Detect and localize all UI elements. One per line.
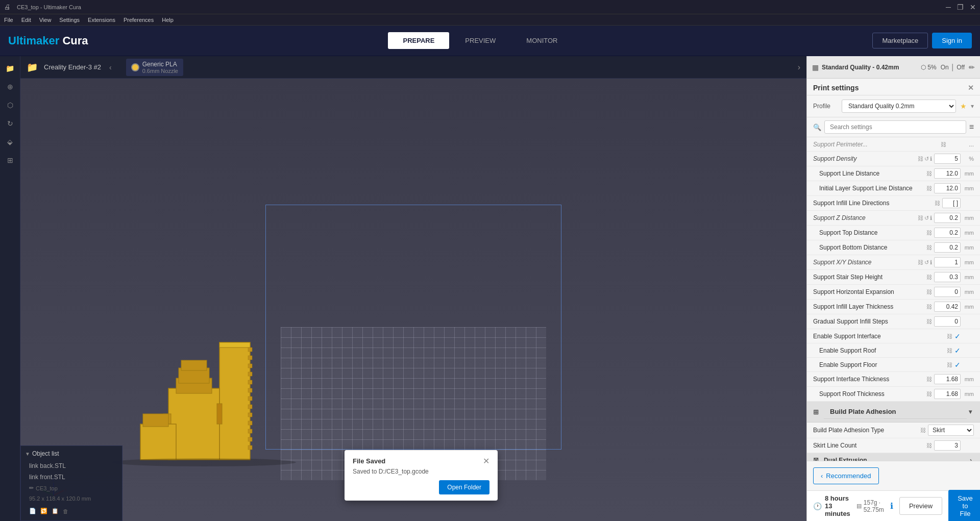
link-icon[interactable]: ⛓ xyxy=(920,427,926,433)
quality-label[interactable]: Standard Quality - 0.42mm xyxy=(822,64,899,71)
build-plate-adhesion-header[interactable]: ⊞ Build Plate Adhesion ▾ xyxy=(807,402,980,423)
info-icon[interactable]: ℹ xyxy=(930,259,932,266)
enable-interface-checkmark[interactable]: ✓ xyxy=(954,332,961,340)
open-folder-button[interactable]: Open Folder xyxy=(439,480,489,494)
maximize-button[interactable]: ❐ xyxy=(957,3,964,11)
menu-settings[interactable]: Settings xyxy=(59,17,80,23)
enable-floor-checkmark[interactable]: ✓ xyxy=(954,361,961,369)
sidebar-icon-open[interactable]: 📁 xyxy=(2,60,18,77)
skirt-count-input[interactable] xyxy=(934,440,961,451)
off-label[interactable]: Off xyxy=(957,64,965,71)
link-icon[interactable]: ⛓ xyxy=(947,362,952,368)
save-to-file-button[interactable]: Save to File xyxy=(948,490,980,521)
tab-preview[interactable]: PREVIEW xyxy=(450,32,510,49)
link-icon[interactable]: ⛓ xyxy=(926,185,932,191)
support-bottom-dist-input[interactable] xyxy=(934,242,961,253)
marketplace-button[interactable]: Marketplace xyxy=(872,33,928,48)
link-icon[interactable]: ⛓ xyxy=(918,215,923,221)
obj-icon-1[interactable]: 📄 xyxy=(29,508,36,514)
menu-help[interactable]: Help xyxy=(162,17,174,23)
link-icon[interactable]: ⛓ xyxy=(926,230,932,236)
link-icon[interactable]: ⛓ xyxy=(926,170,932,177)
obj-icon-3[interactable]: 📋 xyxy=(52,508,59,514)
obj-icon-4[interactable]: 🗑 xyxy=(63,508,68,514)
reset-icon[interactable]: ↺ xyxy=(924,156,929,162)
gradual-infill-input[interactable] xyxy=(934,316,961,327)
link-icon[interactable]: ⛓ xyxy=(926,376,932,382)
support-top-dist-input[interactable] xyxy=(934,228,961,238)
file-saved-title: File Saved xyxy=(353,457,385,465)
close-button[interactable]: ✕ xyxy=(970,3,976,11)
adhesion-type-select[interactable]: Skirt Brim Raft None xyxy=(928,425,974,436)
reset-icon[interactable]: ↺ xyxy=(924,259,929,266)
printer-name[interactable]: Creality Ender-3 #2 xyxy=(44,63,101,71)
settings-search-input[interactable] xyxy=(824,120,966,134)
menu-file[interactable]: File xyxy=(4,17,13,23)
recommended-button[interactable]: ‹ Recommended xyxy=(813,467,879,484)
stair-step-input[interactable] xyxy=(934,272,961,282)
link-icon[interactable]: ⛓ xyxy=(926,244,932,251)
link-icon[interactable]: ⛓ xyxy=(926,274,932,280)
link-icon[interactable]: ⛓ xyxy=(918,259,923,265)
infill-dir-input[interactable] xyxy=(942,198,961,208)
sidebar-icon-support[interactable]: ⊞ xyxy=(2,152,18,168)
link-icon[interactable]: ⛓ xyxy=(926,304,932,310)
link-icon[interactable]: ⛓ xyxy=(926,391,932,397)
profile-select[interactable]: Standard Quality 0.2mm xyxy=(842,100,956,113)
menu-preferences[interactable]: Preferences xyxy=(124,17,154,23)
link-icon[interactable]: ⛓ xyxy=(926,318,932,325)
signin-button[interactable]: Sign in xyxy=(932,33,972,48)
sidebar-icon-scale[interactable]: ⬡ xyxy=(2,97,18,113)
obj-icon-2[interactable]: 🔁 xyxy=(40,508,47,514)
on-label[interactable]: On xyxy=(941,64,949,71)
section-collapse-dual[interactable]: › xyxy=(970,457,972,461)
link-icon[interactable]: ⛓ xyxy=(947,348,952,354)
object-list-collapse[interactable]: ▼ xyxy=(25,451,30,457)
tab-prepare[interactable]: PREPARE xyxy=(388,32,449,49)
link-icon[interactable]: ⛓ xyxy=(947,333,952,339)
info-icon[interactable]: ℹ xyxy=(930,156,932,162)
setting-row-initial-layer-support: Initial Layer Support Line Distance ⛓ mm xyxy=(807,181,980,196)
reset-icon[interactable]: ↺ xyxy=(924,215,929,221)
object-item-1[interactable]: link back.STL xyxy=(25,460,118,472)
link-icon[interactable]: ⛓ xyxy=(918,156,923,162)
initial-layer-support-input[interactable] xyxy=(934,183,961,193)
dual-extrusion-header[interactable]: ⊠ Dual Extrusion › xyxy=(807,453,980,461)
printer-bar-collapse[interactable]: › xyxy=(798,63,800,71)
support-xy-dist-input[interactable] xyxy=(934,257,961,267)
star-icon[interactable]: ★ xyxy=(960,102,967,110)
file-saved-close[interactable]: ✕ xyxy=(483,456,489,466)
support-density-input[interactable] xyxy=(934,154,961,164)
menu-edit[interactable]: Edit xyxy=(21,17,31,23)
link-icon[interactable]: ⛓ xyxy=(941,141,946,147)
minimize-button[interactable]: ─ xyxy=(946,3,951,11)
link-icon[interactable]: ⛓ xyxy=(926,289,932,295)
section-collapse-adhesion[interactable]: ▾ xyxy=(969,408,972,415)
settings-menu-icon[interactable]: ≡ xyxy=(969,122,974,132)
menu-view[interactable]: View xyxy=(39,17,52,23)
menu-extensions[interactable]: Extensions xyxy=(88,17,115,23)
info-circle-icon[interactable]: ℹ xyxy=(890,501,893,511)
chevron-down-icon[interactable]: ▾ xyxy=(971,103,974,110)
infill-thickness-input[interactable] xyxy=(934,302,961,312)
tab-monitor[interactable]: MONITOR xyxy=(511,32,572,49)
interface-thickness-input[interactable] xyxy=(934,374,961,384)
material-badge[interactable]: Generic PLA 0.6mm Nozzle xyxy=(126,59,183,76)
horiz-expansion-input[interactable] xyxy=(934,287,961,297)
info-icon[interactable]: ℹ xyxy=(930,215,932,221)
support-z-dist-input[interactable] xyxy=(934,213,961,223)
ps-close-icon[interactable]: ✕ xyxy=(968,84,974,92)
object-item-2[interactable]: link front.STL xyxy=(25,472,118,483)
link-icon[interactable]: ⛓ xyxy=(935,200,940,206)
sidebar-icon-move[interactable]: ⊕ xyxy=(2,79,18,95)
3d-viewport[interactable]: X Y Z ▼ Object list link back.STL link f… xyxy=(20,79,806,521)
support-line-dist-input[interactable] xyxy=(934,168,961,179)
sidebar-icon-mirror[interactable]: ⬙ xyxy=(2,134,18,150)
enable-roof-checkmark[interactable]: ✓ xyxy=(954,346,961,355)
roof-thickness-input[interactable] xyxy=(934,389,961,399)
preview-button[interactable]: Preview xyxy=(899,497,942,515)
sidebar-icon-rotate[interactable]: ↻ xyxy=(2,115,18,132)
edit-settings-icon[interactable]: ✏ xyxy=(969,63,975,71)
printer-nav-arrow[interactable]: ‹ xyxy=(109,63,112,71)
link-icon[interactable]: ⛓ xyxy=(926,442,932,449)
